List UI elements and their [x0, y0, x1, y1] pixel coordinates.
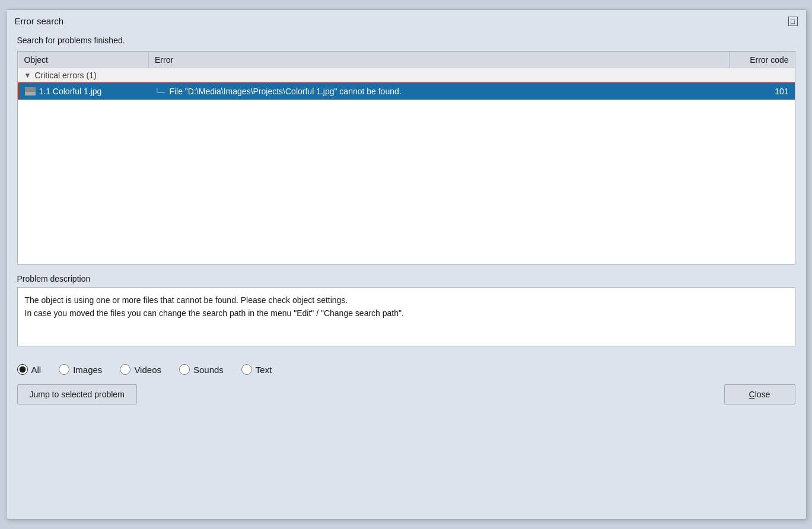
filter-sounds-radio[interactable] [179, 364, 190, 375]
filter-text[interactable]: Text [241, 364, 272, 375]
close-button-label: Close [749, 390, 770, 399]
col-header-code: Error code [730, 52, 795, 68]
filter-row: All Images Videos Sounds Text [17, 358, 795, 378]
filter-radio-group: All Images Videos Sounds Text [17, 364, 795, 375]
table-row[interactable]: 1.1 Colorful 1.jpg └─ File "D:\Media\Ima… [18, 83, 795, 100]
filter-videos[interactable]: Videos [120, 364, 161, 375]
col-header-object: Object [18, 52, 149, 68]
button-row: Jump to selected problem Close [17, 384, 795, 404]
jump-to-problem-button[interactable]: Jump to selected problem [17, 384, 137, 404]
error-table: Object Error Error code ▼ Critical error… [18, 52, 795, 100]
status-text: Search for problems finished. [17, 36, 795, 45]
problem-description-label: Problem description [17, 274, 795, 283]
error-row-object: 1.1 Colorful 1.jpg [18, 83, 149, 100]
error-row-code: 101 [730, 83, 795, 100]
critical-errors-group-row[interactable]: ▼ Critical errors (1) [18, 68, 795, 83]
filter-images-label: Images [73, 365, 102, 375]
error-indent-icon: └─ [155, 88, 165, 96]
table-header-row: Object Error Error code [18, 52, 795, 68]
dialog-content: Search for problems finished. Object Err… [7, 30, 806, 414]
filter-images-radio[interactable] [59, 364, 69, 375]
collapse-icon: ▼ [24, 71, 31, 79]
problem-description-section: Problem description The object is using … [17, 274, 795, 346]
critical-errors-label: Critical errors (1) [34, 71, 96, 80]
col-header-error: Error [149, 52, 730, 68]
error-row-error: └─ File "D:\Media\Images\Projects\Colorf… [149, 83, 730, 100]
filter-sounds-label: Sounds [193, 365, 224, 375]
filter-all-radio[interactable] [17, 364, 28, 375]
filter-all[interactable]: All [17, 364, 42, 375]
error-row-object-text: 1.1 Colorful 1.jpg [39, 87, 102, 96]
filter-text-radio[interactable] [241, 364, 252, 375]
critical-errors-group-cell: ▼ Critical errors (1) [18, 68, 795, 83]
error-row-error-text: File "D:\Media\Images\Projects\Colorful … [169, 87, 401, 96]
problem-desc-line2: In case you moved the files you can chan… [25, 307, 788, 320]
problem-description-box: The object is using one or more files th… [17, 287, 795, 346]
dialog-title: Error search [15, 16, 64, 26]
filter-text-label: Text [256, 365, 272, 375]
filter-videos-label: Videos [134, 365, 161, 375]
minimize-button[interactable]: □ [788, 17, 798, 26]
filter-sounds[interactable]: Sounds [179, 364, 224, 375]
filter-all-label: All [31, 365, 42, 375]
error-table-container: Object Error Error code ▼ Critical error… [17, 51, 795, 264]
problem-desc-line1: The object is using one or more files th… [25, 294, 788, 307]
filter-images[interactable]: Images [59, 364, 102, 375]
error-search-dialog: Error search □ Search for problems finis… [6, 9, 807, 520]
close-button[interactable]: Close [724, 384, 795, 404]
filter-videos-radio[interactable] [120, 364, 130, 375]
image-icon [25, 87, 36, 95]
title-bar: Error search □ [7, 10, 806, 30]
